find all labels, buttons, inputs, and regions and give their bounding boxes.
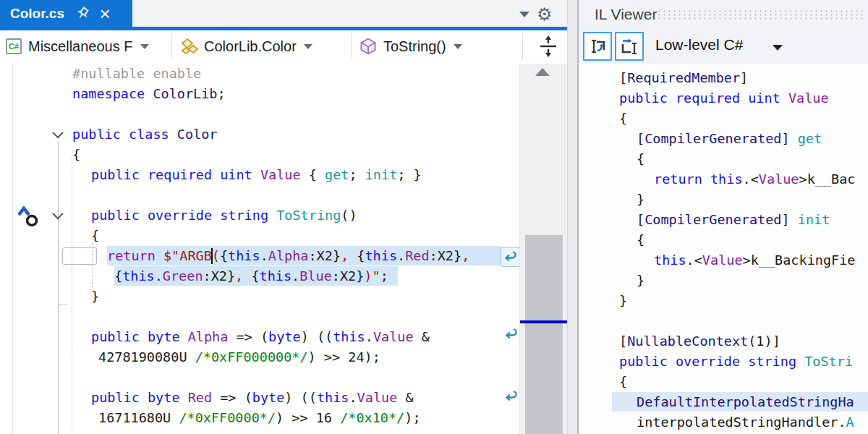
method-cube-icon — [359, 37, 378, 56]
scrollbar-caret-marker — [520, 320, 568, 323]
navigation-bar: C# Miscellaneous F ColorLib.Color — [0, 30, 571, 65]
il-code-line[interactable]: this.<Value>k__BackingFie — [654, 250, 855, 270]
overrides-gutter-icon[interactable] — [16, 205, 42, 233]
tab-colorcs[interactable]: Color.cs × — [0, 0, 132, 27]
il-code-line[interactable]: [CompilerGenerated] init — [637, 210, 830, 229]
split-window-button[interactable] — [532, 32, 564, 61]
il-code-line[interactable]: [CompilerGenerated] get — [637, 129, 822, 148]
code-line[interactable]: public class Color — [72, 124, 218, 144]
il-code-line[interactable]: { — [619, 372, 627, 391]
indent-guide — [72, 155, 72, 431]
il-code-line[interactable]: [NullableContext(1)] — [619, 331, 780, 351]
sync-il-to-caret-button[interactable] — [615, 32, 644, 61]
code-line[interactable]: { — [72, 145, 80, 164]
divider — [171, 33, 172, 59]
tab-title: Color.cs — [0, 6, 64, 22]
member-dropdown-label: ToString() — [383, 38, 446, 55]
code-line[interactable]: public required uint Value { get; init; … — [91, 165, 422, 184]
sync-caret-icon — [587, 36, 608, 56]
code-line[interactable]: public byte Alpha => (byte) ((this.Value… — [91, 327, 430, 346]
chevron-down-icon — [140, 44, 149, 49]
close-icon[interactable]: × — [96, 6, 114, 22]
code-line[interactable]: return $"ARGB({this.Alpha:X2}, {this.Red… — [107, 246, 469, 265]
il-code-line[interactable]: { — [619, 109, 627, 128]
type-dropdown[interactable]: ColorLib.Color — [179, 32, 344, 61]
scrollbar-thumb[interactable] — [525, 235, 563, 434]
chevron-down-icon[interactable] — [773, 45, 783, 51]
il-code-line[interactable]: } — [637, 271, 644, 290]
il-code-line[interactable]: interpolatedStringHandler.A — [637, 412, 854, 432]
il-code-line[interactable]: DefaultInterpolatedStringHa — [637, 392, 854, 412]
project-dropdown[interactable]: C# Miscellaneous F — [6, 32, 166, 61]
code-line[interactable]: 4278190080U /*0xFF000000*/) >> 24); — [98, 347, 380, 367]
class-icon — [179, 37, 200, 56]
sync-caret-to-il-button[interactable] — [583, 32, 612, 61]
word-wrap-icon — [501, 247, 520, 267]
il-code-line[interactable]: return this.<Value>k__Bac — [654, 169, 855, 189]
divider — [522, 33, 523, 59]
outline-line — [58, 142, 59, 434]
sync-source-icon — [619, 36, 639, 56]
code-line[interactable]: public override string ToString() — [91, 205, 357, 225]
il-code-line[interactable]: { — [637, 149, 644, 169]
word-wrap-icon — [502, 388, 520, 406]
code-line[interactable]: #nullable enable — [72, 64, 201, 83]
code-line[interactable]: { — [91, 226, 99, 245]
il-code-line[interactable]: } — [637, 190, 644, 209]
chevron-down-icon — [304, 44, 312, 49]
type-dropdown-label: ColorLib.Color — [204, 38, 297, 55]
code-line[interactable]: public byte Red => (byte) ((this.Value & — [91, 388, 414, 407]
code-line[interactable]: {this.Green:X2}, {this.Blue:X2})"; — [114, 266, 388, 286]
fold-chevron-icon[interactable] — [51, 129, 64, 142]
il-code-line[interactable]: public required uint Value — [619, 88, 829, 108]
fold-chevron-icon[interactable] — [51, 210, 64, 224]
gutter-divider — [12, 64, 13, 434]
il-viewer-title: IL Viewer — [595, 6, 657, 23]
code-line[interactable]: 16711680U /*0xFF0000*/) >> 16 /*0x10*/); — [98, 408, 421, 427]
scroll-up-arrow-icon[interactable] — [535, 68, 550, 76]
vertical-scrollbar[interactable] — [519, 64, 568, 434]
chevron-down-icon[interactable] — [519, 12, 529, 17]
gear-icon[interactable]: ⚙ — [537, 6, 553, 23]
il-code-line[interactable]: } — [619, 291, 627, 310]
divider — [351, 33, 352, 59]
il-code-line[interactable]: public override string ToStri — [619, 352, 853, 371]
word-wrap-icon — [502, 326, 520, 344]
chevron-down-icon — [454, 44, 462, 49]
ide-window: Color.cs × ⚙ C# Miscellaneous F — [0, 0, 868, 434]
il-view-mode-dropdown[interactable]: Low-level C# — [655, 36, 743, 54]
project-dropdown-label: Miscellaneous F — [28, 38, 133, 55]
csharp-file-icon: C# — [6, 38, 22, 54]
panel-drag-grip[interactable] — [657, 9, 864, 21]
il-code-line[interactable]: { — [637, 230, 644, 250]
code-line[interactable]: } — [91, 286, 99, 306]
indent-guide — [92, 243, 93, 288]
code-line[interactable]: namespace ColorLib; — [72, 84, 226, 103]
il-code-line[interactable]: [RequiredMember] — [619, 68, 748, 88]
outline-end — [58, 305, 67, 305]
member-dropdown[interactable]: ToString() — [359, 32, 515, 61]
pin-icon[interactable] — [75, 6, 90, 22]
document-well-controls: ⚙ — [519, 4, 567, 25]
split-icon — [535, 33, 561, 59]
